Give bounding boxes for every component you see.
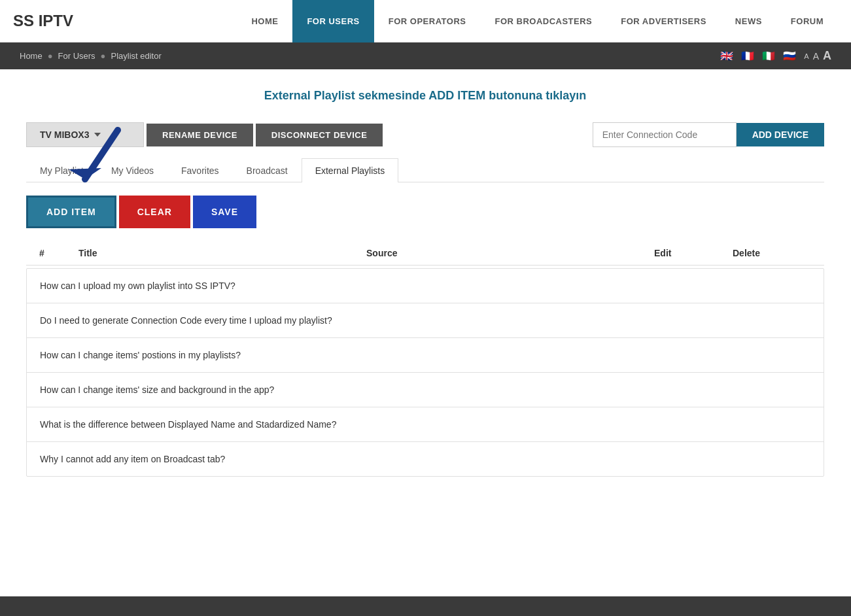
device-bar: TV MIBOX3 RENAME DEVICE DISCONNECT DEVIC… bbox=[26, 122, 824, 147]
nav-for-operators[interactable]: FOR OPERATORS bbox=[374, 0, 481, 43]
nav-home[interactable]: HOME bbox=[237, 0, 292, 43]
breadcrumb-sep1: ● bbox=[48, 51, 53, 61]
faq-item[interactable]: How can I upload my own playlist into SS… bbox=[27, 269, 824, 303]
disconnect-device-button[interactable]: DISCONNECT DEVICE bbox=[256, 124, 383, 146]
device-dropdown[interactable]: TV MIBOX3 bbox=[26, 122, 144, 147]
save-button[interactable]: SAVE bbox=[193, 196, 256, 228]
annotation-wrapper: ADD ITEM CLEAR SAVE bbox=[26, 196, 824, 228]
device-controls: TV MIBOX3 RENAME DEVICE DISCONNECT DEVIC… bbox=[26, 122, 383, 147]
tab-my-playlist[interactable]: My Playlist bbox=[26, 158, 97, 182]
faq-item[interactable]: Do I need to generate Connection Code ev… bbox=[27, 303, 824, 338]
language-controls: 🇬🇧 🇫🇷 🇮🇹 🇷🇺 A A A bbox=[720, 49, 831, 63]
col-number: # bbox=[39, 248, 78, 258]
connection-area: ADD DEVICE bbox=[593, 122, 824, 147]
tab-my-videos[interactable]: My Videos bbox=[97, 158, 167, 182]
site-logo: SS IPTV bbox=[13, 12, 118, 30]
breadcrumb-bar: Home ● For Users ● Playlist editor 🇬🇧 🇫🇷… bbox=[0, 43, 851, 69]
faq-item[interactable]: Why I cannot add any item on Broadcast t… bbox=[27, 442, 824, 476]
faq-list: How can I upload my own playlist into SS… bbox=[26, 268, 824, 477]
tab-favorites[interactable]: Favorites bbox=[167, 158, 233, 182]
breadcrumb-sep2: ● bbox=[101, 51, 106, 61]
faq-item[interactable]: How can I change items' postions in my p… bbox=[27, 338, 824, 373]
clear-button[interactable]: CLEAR bbox=[119, 196, 190, 228]
tab-broadcast[interactable]: Broadcast bbox=[233, 158, 302, 182]
breadcrumb-for-users[interactable]: For Users bbox=[58, 51, 96, 61]
nav-menu: HOME FOR USERS FOR OPERATORS FOR BROADCA… bbox=[237, 0, 838, 42]
flag-ru[interactable]: 🇷🇺 bbox=[783, 50, 796, 62]
instruction-text: External Playlist sekmesinde ADD ITEM bu… bbox=[26, 89, 824, 103]
font-size-medium[interactable]: A bbox=[813, 51, 819, 61]
top-navigation: SS IPTV HOME FOR USERS FOR OPERATORS FOR… bbox=[0, 0, 851, 43]
faq-item[interactable]: How can I change items' size and backgro… bbox=[27, 373, 824, 407]
flag-uk[interactable]: 🇬🇧 bbox=[720, 50, 733, 62]
nav-for-advertisers[interactable]: FOR ADVERTISERS bbox=[606, 0, 721, 43]
nav-forum[interactable]: FORUM bbox=[776, 0, 838, 43]
col-delete: Delete bbox=[733, 248, 811, 258]
nav-for-users[interactable]: FOR USERS bbox=[292, 0, 373, 43]
nav-for-broadcasters[interactable]: FOR BROADCASTERS bbox=[480, 0, 606, 43]
font-size-large[interactable]: A bbox=[823, 49, 831, 63]
breadcrumb-current: Playlist editor bbox=[111, 51, 161, 61]
faq-item[interactable]: What is the difference between Displayed… bbox=[27, 407, 824, 442]
tabs-row: My Playlist My Videos Favorites Broadcas… bbox=[26, 158, 824, 182]
add-item-button[interactable]: ADD ITEM bbox=[26, 196, 116, 228]
col-edit: Edit bbox=[654, 248, 733, 258]
flag-fr[interactable]: 🇫🇷 bbox=[741, 50, 754, 62]
flag-it[interactable]: 🇮🇹 bbox=[762, 50, 775, 62]
action-buttons: ADD ITEM CLEAR SAVE bbox=[26, 196, 824, 228]
connection-code-input[interactable] bbox=[593, 122, 737, 147]
tab-external-playlists[interactable]: External Playlists bbox=[302, 158, 399, 182]
add-device-button[interactable]: ADD DEVICE bbox=[737, 123, 824, 146]
font-size-controls: A A A bbox=[804, 49, 831, 63]
main-content: External Playlist sekmesinde ADD ITEM bu… bbox=[0, 69, 850, 496]
nav-news[interactable]: NEWS bbox=[721, 0, 776, 43]
breadcrumb: Home ● For Users ● Playlist editor bbox=[20, 51, 162, 61]
dropdown-arrow-icon bbox=[94, 133, 101, 137]
rename-device-button[interactable]: RENAME DEVICE bbox=[147, 124, 253, 146]
device-name: TV MIBOX3 bbox=[40, 129, 89, 140]
col-source: Source bbox=[366, 248, 654, 258]
col-title: Title bbox=[78, 248, 366, 258]
table-header: # Title Source Edit Delete bbox=[26, 241, 824, 265]
breadcrumb-home[interactable]: Home bbox=[20, 51, 43, 61]
font-size-small[interactable]: A bbox=[804, 52, 808, 60]
